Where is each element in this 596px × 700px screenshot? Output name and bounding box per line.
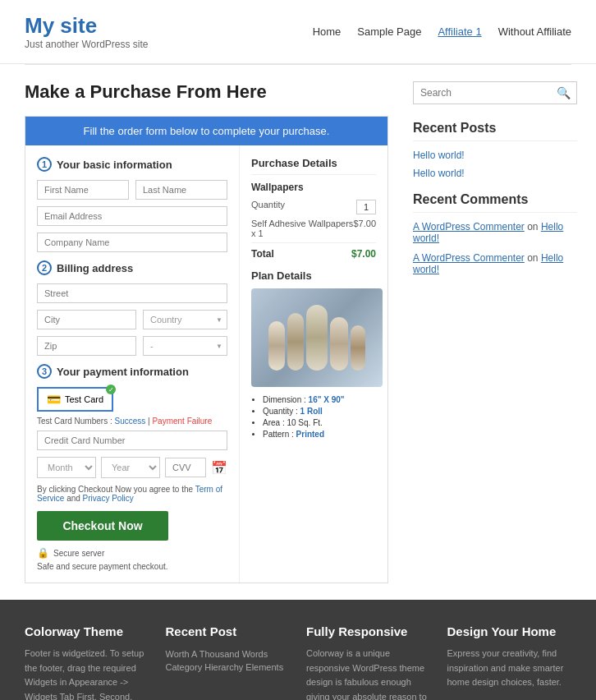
purchase-box-header: Fill the order form below to complete yo… [25,117,387,145]
company-row [37,233,227,252]
footer-col3-title: Fully Responsive [306,624,431,638]
comment-2: A WordPress Commenter on Hello world! [413,252,577,275]
country-select[interactable]: Country [143,310,227,329]
month-select[interactable]: Month [37,457,96,478]
footer-col1-title: Colorway Theme [25,624,149,638]
spec-area: Area : 10 Sq. Ft. [263,418,376,427]
city-input[interactable] [37,310,136,329]
sidebar: 🔍 Recent Posts Hello world! Hello world!… [413,81,577,583]
recent-post-1[interactable]: Hello world! [413,150,577,161]
street-row [37,283,227,303]
search-box: 🔍 [413,81,577,104]
item-price-row: Self Adhesive Wallpapers x 1 $7.00 [251,219,376,238]
spec-quantity: Quantity : 1 Roll [263,407,376,416]
comment-1: A WordPress Commenter on Hello world! [413,221,577,244]
specs-list: Dimension : 16" X 90" Quantity : 1 Roll … [251,395,376,439]
site-branding: My site Just another WordPress site [25,13,149,50]
city-country-row: Country [37,310,227,329]
nav-without-affiliate[interactable]: Without Affiliate [498,25,571,38]
recent-posts-title: Recent Posts [413,121,577,141]
site-title: My site [25,13,149,39]
nav-home[interactable]: Home [313,25,342,38]
section1-title: 1 Your basic information [37,157,227,172]
footer-dark: Colorway Theme Footer is widgetized. To … [0,600,596,700]
lock-icon: 🔒 [37,547,49,559]
site-tagline: Just another WordPress site [25,39,149,50]
cc-number-input[interactable] [37,431,227,450]
test-card-info: Test Card Numbers : Success | Payment Fa… [37,417,227,426]
country-wrapper: Country [143,310,227,329]
cvv-row: Month Year 📅 [37,457,227,478]
recent-post-2[interactable]: Hello world! [413,168,577,179]
last-name-input[interactable] [135,180,227,200]
section1-number: 1 [37,157,52,172]
email-row [37,206,227,226]
privacy-link[interactable]: Privacy Policy [83,494,134,503]
year-select[interactable]: Year [101,457,160,478]
footer-col1-text: Footer is widgetized. To setup the foote… [25,647,149,700]
name-row [37,180,227,200]
footer-col-2: Recent Post Worth A Thousand Words Categ… [166,624,291,700]
main-navigation: Home Sample Page Affiliate 1 Without Aff… [313,25,571,38]
zip-row: - [37,336,227,356]
footer-recent-post-1[interactable]: Worth A Thousand Words [166,649,268,659]
form-right: Purchase Details Wallpapers Quantity 1 S… [240,145,387,583]
plan-details-title: Plan Details [251,269,376,282]
section2-title: 2 Billing address [37,260,227,275]
first-name-input[interactable] [37,180,129,200]
form-left: 1 Your basic information [25,145,240,583]
calendar-icon: 📅 [211,460,227,476]
spec-dimension: Dimension : 16" X 90" [263,395,376,404]
footer-col-3: Fully Responsive Colorway is a unique re… [306,624,431,700]
check-badge: ✓ [106,385,116,394]
footer-col-1: Colorway Theme Footer is widgetized. To … [25,624,149,700]
quantity-row: Quantity 1 [251,200,376,214]
total-row: Total $7.00 [251,242,376,260]
wallpapers-title: Wallpapers [251,182,376,193]
street-input[interactable] [37,283,227,303]
footer-recent-post-2[interactable]: Category Hierarchy Elements [166,662,284,672]
search-button[interactable]: 🔍 [550,82,577,104]
commenter-2-link[interactable]: A WordPress Commenter [413,252,525,264]
safe-label: Safe and secure payment checkout. [37,562,227,571]
footer-col2-title: Recent Post [166,624,291,638]
purchase-box: Fill the order form below to complete yo… [25,116,388,583]
failure-link[interactable]: Payment Failure [152,417,212,426]
footer-col4-text: Express your creativity, find inspiratio… [447,647,572,690]
form-inner: 1 Your basic information [25,145,387,583]
wallpaper-image [251,288,383,387]
commenter-1-link[interactable]: A WordPress Commenter [413,221,525,233]
quantity-value: 1 [356,200,376,214]
test-card-button[interactable]: 💳 Test Card ✓ [37,387,113,412]
footer-col-4: Design Your Home Express your creativity… [447,624,572,700]
content-area: Make a Purchase From Here Fill the order… [25,81,388,583]
search-input[interactable] [414,82,550,104]
recent-comments-title: Recent Comments [413,192,577,213]
site-header: My site Just another WordPress site Home… [0,0,596,64]
success-link[interactable]: Success [114,417,145,426]
nav-affiliate1[interactable]: Affiliate 1 [438,25,481,38]
company-input[interactable] [37,233,227,252]
secure-row: 🔒 Secure server [37,547,227,559]
nav-sample-page[interactable]: Sample Page [357,25,421,38]
credit-card-icon: 💳 [47,393,61,406]
cc-row [37,431,227,450]
dash-wrapper: - [143,336,227,356]
purchase-details-title: Purchase Details [251,157,376,175]
card-btn-wrapper: 💳 Test Card ✓ [37,387,227,417]
cvv-input[interactable] [165,458,206,477]
dash-select[interactable]: - [143,336,227,356]
section3-title: 3 Your payment information [37,364,227,379]
footer-col4-title: Design Your Home [447,624,572,638]
checkout-button[interactable]: Checkout Now [37,511,168,541]
main-container: Make a Purchase From Here Fill the order… [0,65,596,600]
email-input[interactable] [37,206,227,226]
footer-col3-text: Colorway is a unique responsive WordPres… [306,647,431,700]
page-heading: Make a Purchase From Here [25,81,388,103]
spec-pattern: Pattern : Printed [263,430,376,439]
section3-number: 3 [37,364,52,379]
zip-input[interactable] [37,336,136,356]
total-price: $7.00 [351,248,376,260]
section2-number: 2 [37,260,52,275]
tos-text: By clicking Checkout Now you agree to th… [37,485,227,503]
